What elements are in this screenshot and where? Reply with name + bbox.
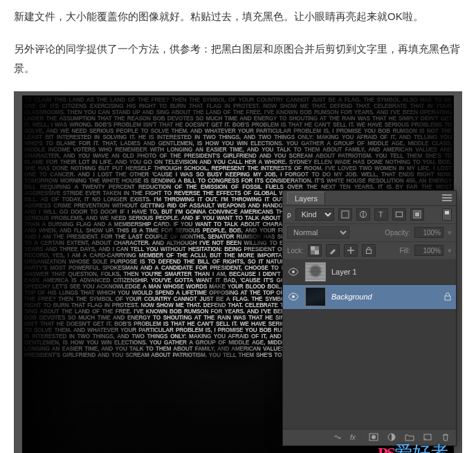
lock-icon xyxy=(443,292,452,302)
svg-rect-13 xyxy=(445,296,450,300)
link-layers-icon[interactable] xyxy=(331,432,344,443)
visibility-eye-icon[interactable] xyxy=(287,293,300,301)
layers-filter-row: ρ Kind T xyxy=(283,206,456,224)
fill-chevron-icon[interactable]: ▾ xyxy=(448,246,452,255)
group-icon[interactable] xyxy=(403,432,416,443)
layer-name-label[interactable]: Background xyxy=(331,293,438,301)
svg-point-16 xyxy=(372,435,376,439)
article-paragraph-1: 新建文件，大小能覆盖你的图像就好。粘贴过去，填充黑色。让小眼睛再亮起来就OK啦。 xyxy=(14,7,462,27)
layer-item-layer1[interactable]: Layer 1 xyxy=(283,260,456,285)
layers-panel-footer: fx xyxy=(283,429,456,445)
article-body: 新建文件，大小能覆盖你的图像就好。粘贴过去，填充黑色。让小眼睛再亮起来就OK啦。… xyxy=(0,0,476,79)
layer-mask-icon[interactable] xyxy=(367,432,380,443)
lock-transparent-icon[interactable] xyxy=(308,244,322,257)
svg-rect-8 xyxy=(311,246,315,250)
lock-label: Lock: xyxy=(287,247,304,255)
fill-label: Fill: xyxy=(399,247,410,255)
svg-text:fx: fx xyxy=(350,434,356,441)
new-layer-icon[interactable] xyxy=(421,432,434,443)
fill-input[interactable] xyxy=(414,245,443,256)
lock-pixels-icon[interactable] xyxy=(326,244,340,257)
photoshop-canvas-area: TO CLAIM THIS LAND AS THE LAND OF THE FR… xyxy=(14,91,462,454)
svg-text:T: T xyxy=(378,210,383,219)
layer-item-background[interactable]: Background xyxy=(283,285,456,310)
layers-list: Layer 1 Background xyxy=(283,260,456,429)
svg-rect-9 xyxy=(315,250,319,255)
adjustment-layer-icon[interactable] xyxy=(385,432,398,443)
lock-all-icon[interactable] xyxy=(362,244,376,257)
trash-icon[interactable] xyxy=(439,432,452,443)
svg-rect-5 xyxy=(415,212,419,216)
layers-panel[interactable]: Layers ρ Kind T xyxy=(282,190,457,446)
lock-fill-row: Lock: Fill: ▾ xyxy=(283,242,456,260)
svg-rect-0 xyxy=(342,211,349,218)
svg-rect-6 xyxy=(445,211,449,214)
blend-opacity-row: Normal Opacity: ▾ xyxy=(283,224,456,242)
opacity-chevron-icon[interactable]: ▾ xyxy=(448,228,452,237)
layer-name-label[interactable]: Layer 1 xyxy=(331,268,452,276)
filter-adjust-icon[interactable] xyxy=(356,208,370,221)
layer-thumbnail[interactable] xyxy=(305,287,326,306)
layers-tab[interactable]: Layers xyxy=(287,192,325,204)
layers-panel-tabbar: Layers xyxy=(283,191,456,206)
opacity-input[interactable] xyxy=(414,227,443,238)
svg-rect-10 xyxy=(366,250,371,254)
panel-menu-icon[interactable] xyxy=(442,194,452,201)
blend-mode-select[interactable]: Normal xyxy=(287,226,349,239)
filter-pixel-icon[interactable] xyxy=(338,208,352,221)
filter-toggle-switch[interactable] xyxy=(442,208,452,221)
svg-point-12 xyxy=(292,295,295,298)
filter-kind-select[interactable]: Kind xyxy=(295,208,334,221)
filter-type-icon[interactable]: T xyxy=(374,208,388,221)
filter-label: ρ xyxy=(287,211,291,219)
filter-smart-icon[interactable] xyxy=(410,208,424,221)
filter-shape-icon[interactable] xyxy=(392,208,406,221)
opacity-label: Opacity: xyxy=(385,229,410,237)
layer-thumbnail[interactable] xyxy=(305,262,326,281)
svg-point-11 xyxy=(292,270,295,273)
article-paragraph-2: 另外评论的同学提供了一个方法，供参考：把黑白图层和原图合并后剪切到文字里，再填充… xyxy=(14,39,462,79)
svg-rect-3 xyxy=(396,212,402,217)
layer-fx-icon[interactable]: fx xyxy=(349,432,362,443)
visibility-eye-icon[interactable] xyxy=(287,268,300,276)
lock-position-icon[interactable] xyxy=(344,244,358,257)
